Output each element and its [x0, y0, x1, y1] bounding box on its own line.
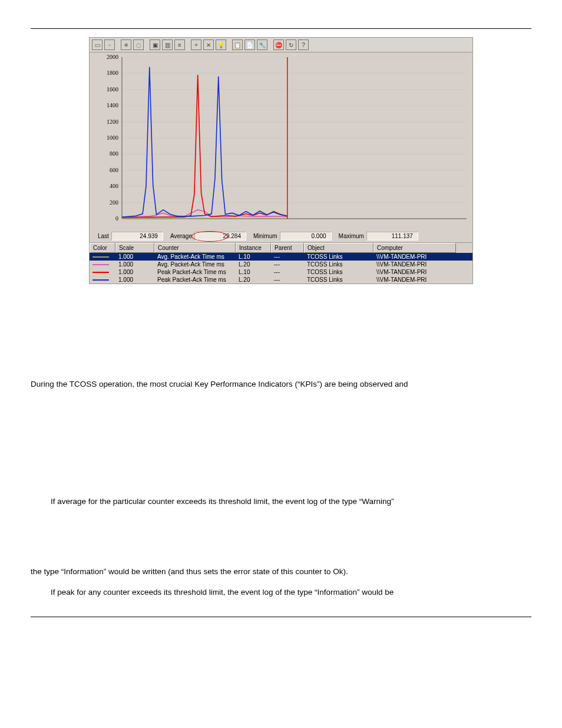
cell-counter: Peak Packet-Ack Time ms — [154, 268, 236, 276]
svg-text:1400: 1400 — [107, 102, 118, 108]
cell-scale: 1.000 — [115, 276, 154, 284]
legend-row[interactable]: 1.000Peak Packet-Ack Time msL.20---TCOSS… — [90, 276, 472, 284]
rule-bottom — [31, 617, 531, 617]
svg-text:200: 200 — [110, 199, 118, 206]
label-maximum: Maximum — [334, 233, 364, 239]
view-log-icon[interactable]: ◌ — [133, 39, 144, 50]
rule-top — [31, 28, 531, 29]
paste-icon[interactable]: 📄 — [244, 39, 255, 50]
col-scale[interactable]: Scale — [115, 243, 154, 253]
svg-text:0: 0 — [115, 215, 118, 222]
col-counter[interactable]: Counter — [154, 243, 236, 253]
value-average: 29.284 — [194, 232, 246, 241]
cell-parent: --- — [271, 268, 304, 276]
para-4: If peak for any counter exceeds its thre… — [31, 587, 531, 599]
body-text: During the TCOSS operation, the most cru… — [31, 378, 531, 599]
freeze-icon[interactable]: ⛔ — [273, 39, 284, 50]
cell-object: TCOSS Links — [304, 268, 373, 276]
cell-scale: 1.000 — [115, 268, 154, 276]
legend-rows: 1.000Avg. Packet-Ack Time msL.10---TCOSS… — [90, 253, 472, 284]
perfmon-panel: ▭▫✳◌▣▥≡＋✕💡📋📄🔧⛔↻? 02004006008001000120014… — [89, 37, 473, 284]
col-computer[interactable]: Computer — [373, 243, 456, 253]
legend-header: Color Scale Counter Instance Parent Obje… — [90, 242, 472, 253]
cell-instance: L.20 — [236, 276, 271, 284]
svg-text:400: 400 — [110, 183, 118, 189]
delete-icon[interactable]: ✕ — [203, 39, 214, 50]
perfmon-chart: 0200400600800100012001400160018002000 — [90, 52, 472, 229]
copy-icon[interactable]: 📋 — [232, 39, 243, 50]
cell-instance: L.10 — [236, 253, 271, 261]
value-maximum: 111.137 — [366, 232, 418, 241]
annotation-circle — [191, 231, 228, 242]
histogram-view-icon[interactable]: ▥ — [162, 39, 173, 50]
blank-gap-2 — [31, 516, 531, 558]
value-last: 24.939 — [111, 232, 163, 241]
cell-object: TCOSS Links — [304, 261, 373, 268]
view-current-icon[interactable]: ✳ — [121, 39, 131, 50]
svg-text:2000: 2000 — [107, 54, 118, 60]
cell-parent: --- — [271, 253, 304, 261]
cell-color — [90, 253, 115, 261]
label-average: Average — [166, 233, 192, 239]
label-minimum: Minimum — [249, 233, 277, 239]
update-icon[interactable]: ↻ — [286, 39, 296, 50]
cell-counter: Avg. Packet-Ack Time ms — [154, 253, 236, 261]
cell-computer: \\VM-TANDEM-PRI — [373, 276, 456, 284]
legend-row[interactable]: 1.000Avg. Packet-Ack Time msL.20---TCOSS… — [90, 261, 472, 268]
new-counter-set-icon[interactable]: ▭ — [92, 39, 103, 50]
cell-color — [90, 268, 115, 276]
report-view-icon[interactable]: ≡ — [174, 39, 185, 50]
cell-scale: 1.000 — [115, 253, 154, 261]
perfmon-toolbar: ▭▫✳◌▣▥≡＋✕💡📋📄🔧⛔↻? — [90, 38, 472, 52]
col-instance[interactable]: Instance — [236, 243, 271, 253]
cell-color — [90, 276, 115, 284]
cell-object: TCOSS Links — [304, 253, 373, 261]
cell-scale: 1.000 — [115, 261, 154, 268]
cell-counter: Avg. Packet-Ack Time ms — [154, 261, 236, 268]
cell-instance: L.10 — [236, 268, 271, 276]
svg-text:1000: 1000 — [107, 134, 118, 141]
value-minimum: 0.000 — [280, 232, 332, 241]
svg-text:1600: 1600 — [107, 86, 118, 93]
svg-text:1200: 1200 — [107, 118, 118, 125]
cell-object: TCOSS Links — [304, 276, 373, 284]
col-parent[interactable]: Parent — [271, 243, 304, 253]
cell-parent: --- — [271, 261, 304, 268]
legend-row[interactable]: 1.000Avg. Packet-Ack Time msL.10---TCOSS… — [90, 253, 472, 261]
blank-gap — [31, 399, 531, 487]
para-3: the type “Information” would be written … — [31, 566, 531, 578]
cell-counter: Peak Packet-Ack Time ms — [154, 276, 236, 284]
cell-computer: \\VM-TANDEM-PRI — [373, 261, 456, 268]
legend-row[interactable]: 1.000Peak Packet-Ack Time msL.10---TCOSS… — [90, 268, 472, 276]
svg-text:600: 600 — [110, 167, 118, 173]
label-last: Last — [93, 233, 109, 239]
para-2: If average for the particular counter ex… — [31, 496, 531, 508]
help-icon[interactable]: ? — [298, 39, 309, 50]
col-object[interactable]: Object — [304, 243, 373, 253]
highlight-icon[interactable]: 💡 — [216, 39, 226, 50]
col-color[interactable]: Color — [90, 243, 115, 253]
perfmon-stats: Last 24.939 Average 29.284 Minimum 0.000… — [90, 229, 472, 242]
para-1: During the TCOSS operation, the most cru… — [31, 378, 531, 391]
clear-display-icon[interactable]: ▫ — [104, 39, 115, 50]
svg-text:800: 800 — [110, 150, 118, 157]
cell-computer: \\VM-TANDEM-PRI — [373, 268, 456, 276]
svg-text:1800: 1800 — [107, 70, 118, 76]
cell-computer: \\VM-TANDEM-PRI — [373, 253, 456, 261]
cell-instance: L.20 — [236, 261, 271, 268]
properties-icon[interactable]: 🔧 — [257, 39, 267, 50]
cell-parent: --- — [271, 276, 304, 284]
chart-view-icon[interactable]: ▣ — [150, 39, 160, 50]
cell-color — [90, 261, 115, 268]
add-icon[interactable]: ＋ — [191, 39, 201, 50]
